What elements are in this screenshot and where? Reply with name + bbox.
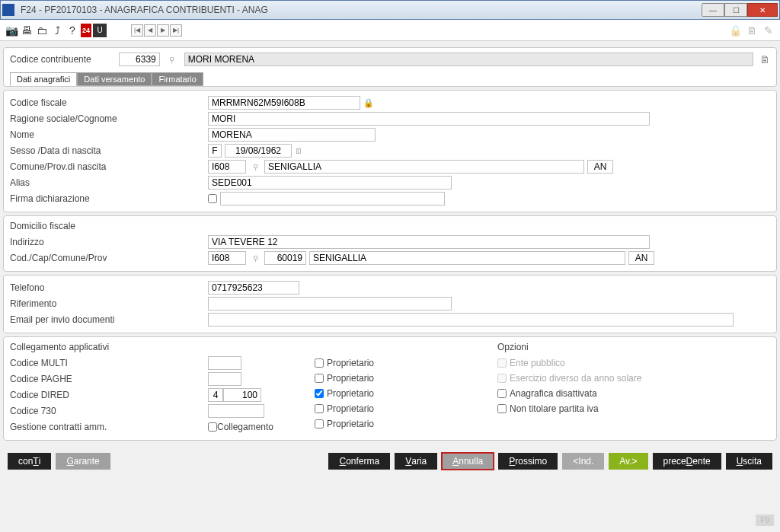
- codice-fiscale-input[interactable]: [208, 96, 360, 110]
- anagrafica-disattivata-label: Anagrafica disattivata: [510, 388, 597, 399]
- anagrafica-disattivata-checkbox[interactable]: [497, 389, 507, 398]
- collegamento-checkbox[interactable]: [208, 422, 217, 432]
- prov-input[interactable]: [628, 251, 654, 265]
- search-icon[interactable]: ⚲: [249, 252, 261, 264]
- non-titolare-label: Non titolare partita iva: [510, 403, 599, 414]
- dired2-input[interactable]: [223, 388, 261, 402]
- riferimento-label: Riferimento: [10, 298, 208, 309]
- window-minimize-button[interactable]: —: [702, 3, 724, 17]
- collegamento-chk-label: Collegamento: [217, 422, 273, 432]
- prop-gest-checkbox[interactable]: [315, 419, 324, 428]
- cod-cap-label: Cod./Cap/Comune/Prov: [10, 253, 208, 263]
- annulla-button[interactable]: Annulla: [442, 453, 494, 470]
- garante-button[interactable]: Garante: [56, 453, 110, 470]
- indirizzo-label: Indirizzo: [10, 237, 208, 247]
- prop-multi-checkbox[interactable]: [315, 358, 324, 368]
- varia-button[interactable]: Varia: [395, 453, 437, 470]
- esercizio-diverso-label: Esercizio diverso da anno solare: [510, 373, 641, 384]
- codice-paghe-label: Codice PAGHE: [10, 374, 208, 384]
- sole24ore-icon[interactable]: 24: [81, 24, 91, 37]
- footer: conTi Garante Conferma Varia Annulla Pro…: [0, 450, 780, 473]
- indirizzo-input[interactable]: [208, 235, 650, 249]
- nav-prev-button[interactable]: ◀: [144, 24, 156, 37]
- codice-730-input[interactable]: [208, 404, 264, 418]
- firma-label: Firma dichiarazione: [10, 193, 208, 204]
- help-icon[interactable]: ?: [66, 24, 79, 37]
- data-nascita-input[interactable]: [225, 144, 292, 158]
- nav-first-button[interactable]: |◀: [131, 24, 143, 37]
- tab-dati-anagrafici[interactable]: Dati anagrafici: [10, 72, 77, 86]
- window-close-button[interactable]: ✕: [747, 3, 778, 17]
- codice-730-label: Codice 730: [10, 406, 208, 416]
- calendar-icon[interactable]: 🗓: [295, 147, 302, 155]
- alias-label: Alias: [10, 177, 208, 188]
- uscita-button[interactable]: Uscita: [726, 453, 772, 470]
- belfiore-input[interactable]: [208, 251, 246, 265]
- search-icon[interactable]: ⚲: [249, 161, 261, 173]
- prop-paghe-checkbox[interactable]: [315, 374, 324, 383]
- comune-input[interactable]: [309, 251, 625, 265]
- search-icon[interactable]: ⚲: [166, 53, 178, 65]
- window-maximize-button[interactable]: ☐: [724, 3, 747, 17]
- tab-dati-versamento[interactable]: Dati versamento: [77, 72, 152, 86]
- comune-nascita-label: Comune/Prov.di nascita: [10, 161, 208, 172]
- codice-multi-label: Codice MULTI: [10, 358, 208, 368]
- avanti-button[interactable]: Av.>: [609, 453, 647, 470]
- page-icon: 🗎: [745, 24, 759, 37]
- precedente-button[interactable]: preceDente: [653, 453, 721, 470]
- alias-input[interactable]: [208, 176, 452, 190]
- indietro-button[interactable]: <Ind.: [562, 453, 604, 470]
- codice-multi-input[interactable]: [208, 356, 241, 370]
- prop-label-1: Proprietario: [327, 358, 374, 368]
- sesso-data-label: Sesso /Data di nascita: [10, 145, 208, 156]
- dired1-input[interactable]: [208, 388, 223, 402]
- firma-input[interactable]: [220, 192, 445, 205]
- codice-fiscale-label: Codice fiscale: [10, 97, 208, 108]
- prop-label-2: Proprietario: [327, 373, 374, 384]
- edit-icon: ✎: [762, 24, 775, 37]
- prop-730-checkbox[interactable]: [315, 404, 324, 413]
- conferma-button[interactable]: Conferma: [328, 453, 390, 470]
- prov-nascita-input[interactable]: [587, 160, 613, 174]
- nav-last-button[interactable]: ▶|: [170, 24, 182, 37]
- codice-contribuente-label: Codice contribuente: [10, 54, 91, 65]
- esercizio-diverso-checkbox: [497, 374, 507, 383]
- app-icon: [2, 4, 14, 16]
- prossimo-button[interactable]: Prossimo: [498, 453, 558, 470]
- prop-dired-checkbox[interactable]: [315, 389, 324, 398]
- print-icon[interactable]: 🖶: [20, 24, 34, 37]
- cap-input[interactable]: [264, 251, 306, 265]
- domicilio-title: Domicilio fiscale: [10, 221, 770, 231]
- prop-label-5: Proprietario: [327, 419, 374, 429]
- nome-label: Nome: [10, 129, 208, 140]
- codice-contribuente-input[interactable]: [119, 53, 160, 66]
- riferimento-input[interactable]: [208, 297, 452, 311]
- cognome-input[interactable]: [208, 112, 650, 126]
- prop-label-3: Proprietario: [327, 388, 374, 399]
- document-icon[interactable]: 🗎: [759, 53, 770, 65]
- upload-icon[interactable]: ⤴: [50, 24, 64, 37]
- telefono-input[interactable]: [208, 281, 299, 295]
- ente-pubblico-label: Ente pubblico: [510, 358, 565, 368]
- lock-icon: 🔒: [728, 24, 742, 37]
- firma-checkbox[interactable]: [208, 194, 217, 203]
- sesso-input[interactable]: [208, 144, 222, 158]
- codice-paghe-input[interactable]: [208, 372, 241, 386]
- ragione-sociale-label: Ragione sociale/Cognome: [10, 113, 208, 124]
- comune-nascita-input[interactable]: [264, 160, 584, 174]
- camera-icon[interactable]: 📷: [5, 24, 18, 37]
- conti-button[interactable]: conTi: [8, 453, 51, 470]
- omnia-icon[interactable]: U: [93, 24, 107, 37]
- email-input[interactable]: [208, 313, 734, 327]
- window-title: F24 - PF20170103 - ANAGRAFICA CONTRIBUEN…: [18, 5, 268, 15]
- codice-dired-label: Codice DIRED: [10, 390, 208, 400]
- toolbar: 📷 🖶 🗀 ⤴ ? 24 U |◀ ◀ ▶ ▶| 🔒 🗎 ✎: [0, 20, 780, 41]
- folder-icon[interactable]: 🗀: [35, 24, 49, 37]
- nav-next-button[interactable]: ▶: [157, 24, 169, 37]
- tab-firmatario[interactable]: Firmatario: [152, 72, 203, 86]
- nome-display: [184, 53, 753, 66]
- prop-label-4: Proprietario: [327, 403, 374, 414]
- nome-input[interactable]: [208, 128, 376, 142]
- belfiore-nascita-input[interactable]: [208, 160, 246, 174]
- non-titolare-checkbox[interactable]: [497, 404, 507, 413]
